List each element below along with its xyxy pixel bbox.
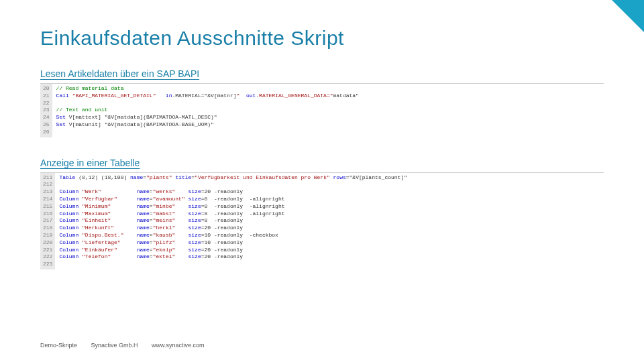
section1-heading: Lesen Artikeldaten über ein SAP BAPI <box>40 68 604 79</box>
code1-content: // Read material data Call "BAPI_MATERIA… <box>52 84 363 137</box>
code2-gutter: 211 212 213 214 215 216 217 218 219 220 … <box>40 173 55 269</box>
slide-accent <box>612 0 644 32</box>
footer-left: Demo-Skripte <box>40 342 77 349</box>
slide-body: Einkaufsdaten Ausschnitte Skript Lesen A… <box>0 0 644 303</box>
code-block-1: 20 21 22 23 24 25 26 // Read material da… <box>40 83 604 137</box>
code2-content: Table (8,12) (18,108) name="plants" titl… <box>55 173 411 269</box>
footer-mid: Synactive Gmb.H <box>91 342 138 349</box>
code-block-2: 211 212 213 214 215 216 217 218 219 220 … <box>40 172 604 269</box>
section2-heading: Anzeige in einer Tabelle <box>40 158 604 168</box>
footer: Demo-Skripte Synactive Gmb.H www.synacti… <box>40 342 217 349</box>
footer-right: www.synactive.com <box>152 342 205 349</box>
page-title: Einkaufsdaten Ausschnitte Skript <box>40 27 604 50</box>
code1-gutter: 20 21 22 23 24 25 26 <box>40 84 52 137</box>
